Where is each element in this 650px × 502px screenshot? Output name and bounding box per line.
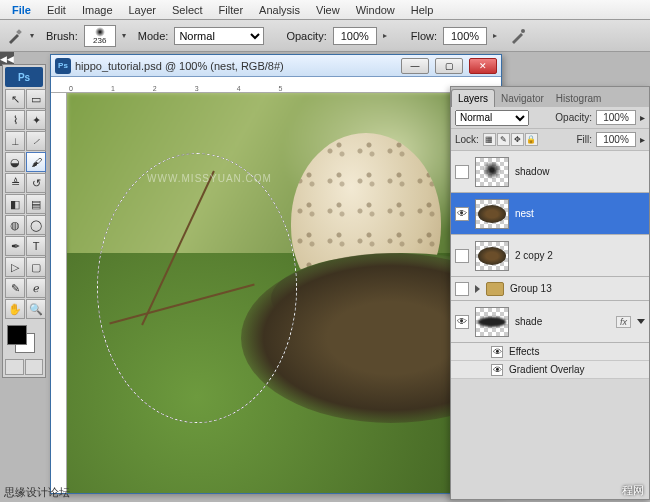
zoom-tool[interactable]: 🔍	[26, 299, 46, 319]
opacity-field[interactable]: 100%	[333, 27, 377, 45]
lock-position-icon[interactable]: ✥	[511, 133, 524, 146]
blend-mode-select[interactable]: Normal	[174, 27, 264, 45]
layer-row[interactable]: shadow	[451, 151, 649, 193]
tab-layers[interactable]: Layers	[451, 89, 495, 107]
menu-help[interactable]: Help	[403, 2, 442, 18]
eyedropper-tool[interactable]: ℯ	[26, 278, 46, 298]
shape-tool[interactable]: ▢	[26, 257, 46, 277]
type-tool[interactable]: T	[26, 236, 46, 256]
brush-tool[interactable]: 🖌	[26, 152, 46, 172]
blur-tool[interactable]: ◍	[5, 215, 25, 235]
opacity-slider-icon[interactable]: ▸	[640, 112, 645, 123]
eraser-tool[interactable]: ◧	[5, 194, 25, 214]
layer-row[interactable]: 👁 nest	[451, 193, 649, 235]
lock-pixels-icon[interactable]: ✎	[497, 133, 510, 146]
document-titlebar[interactable]: Ps hippo_tutorial.psd @ 100% (nest, RGB/…	[51, 55, 501, 77]
path-select-tool[interactable]: ▷	[5, 257, 25, 277]
brush-dropdown-icon[interactable]: ▾	[122, 31, 132, 40]
layer-blend-mode-select[interactable]: Normal	[455, 110, 529, 126]
move-tool[interactable]: ↖	[5, 89, 25, 109]
notes-tool[interactable]: ✎	[5, 278, 25, 298]
maximize-button[interactable]: ▢	[435, 58, 463, 74]
flow-field[interactable]: 100%	[443, 27, 487, 45]
foreground-color-swatch[interactable]	[7, 325, 27, 345]
layer-list: shadow 👁 nest 2 copy 2 Group 13 👁 shade …	[451, 151, 649, 499]
menu-image[interactable]: Image	[74, 2, 121, 18]
pen-tool[interactable]: ✒	[5, 236, 25, 256]
effect-visibility-toggle[interactable]: 👁	[491, 364, 503, 376]
stamp-tool[interactable]: ≜	[5, 173, 25, 193]
opacity-dropdown-icon[interactable]: ▸	[383, 31, 393, 40]
layers-panel: Layers Navigator Histogram Normal Opacit…	[450, 86, 650, 500]
layer-name[interactable]: 2 copy 2	[515, 250, 645, 261]
close-button[interactable]: ✕	[469, 58, 497, 74]
fill-field[interactable]: 100%	[596, 132, 636, 147]
lock-buttons: ▦✎✥🔒	[483, 133, 539, 146]
wand-tool[interactable]: ✦	[26, 110, 46, 130]
menu-select[interactable]: Select	[164, 2, 211, 18]
layer-thumbnail[interactable]	[475, 199, 509, 229]
effect-item[interactable]: 👁 Gradient Overlay	[451, 361, 649, 379]
visibility-toggle[interactable]	[455, 249, 469, 263]
tool-preset-dropdown-icon[interactable]: ▾	[30, 31, 40, 40]
quickmask-mode-button[interactable]	[25, 359, 44, 375]
layer-thumbnail[interactable]	[475, 157, 509, 187]
menu-view[interactable]: View	[308, 2, 348, 18]
gradient-tool[interactable]: ▤	[26, 194, 46, 214]
layer-name[interactable]: shade	[515, 316, 610, 327]
layer-row[interactable]: 👁 shade fx	[451, 301, 649, 343]
layer-thumbnail[interactable]	[475, 241, 509, 271]
fill-slider-icon[interactable]: ▸	[640, 134, 645, 145]
standard-mode-button[interactable]	[5, 359, 24, 375]
menu-window[interactable]: Window	[348, 2, 403, 18]
crop-tool[interactable]: ⟂	[5, 131, 25, 151]
svg-rect-0	[16, 29, 22, 35]
menu-filter[interactable]: Filter	[211, 2, 251, 18]
menu-edit[interactable]: Edit	[39, 2, 74, 18]
tab-navigator[interactable]: Navigator	[495, 90, 550, 107]
visibility-toggle[interactable]	[455, 282, 469, 296]
lock-transparency-icon[interactable]: ▦	[483, 133, 496, 146]
canvas[interactable]: WWW.MISSYUAN.COM	[67, 93, 501, 493]
document-title: hippo_tutorial.psd @ 100% (nest, RGB/8#)	[75, 60, 395, 72]
dodge-tool[interactable]: ◯	[26, 215, 46, 235]
layer-opacity-field[interactable]: 100%	[596, 110, 636, 125]
lasso-tool[interactable]: ⌇	[5, 110, 25, 130]
visibility-toggle[interactable]: 👁	[455, 207, 469, 221]
effects-header[interactable]: 👁 Effects	[451, 343, 649, 361]
brush-preset-picker[interactable]: 236	[84, 25, 116, 47]
visibility-toggle[interactable]: 👁	[455, 315, 469, 329]
spot-heal-tool[interactable]: ◒	[5, 152, 25, 172]
lock-all-icon[interactable]: 🔒	[525, 133, 538, 146]
footer-watermark-right: 程网	[622, 483, 644, 498]
layer-name[interactable]: nest	[515, 208, 645, 219]
effect-name: Gradient Overlay	[509, 364, 585, 375]
effect-visibility-toggle[interactable]: 👁	[491, 346, 503, 358]
fx-badge[interactable]: fx	[616, 316, 631, 328]
tab-histogram[interactable]: Histogram	[550, 90, 608, 107]
airbrush-icon[interactable]	[509, 27, 527, 45]
layer-name[interactable]: shadow	[515, 166, 645, 177]
history-brush-tool[interactable]: ↺	[26, 173, 46, 193]
visibility-toggle[interactable]	[455, 165, 469, 179]
layer-name[interactable]: Group 13	[510, 283, 645, 294]
lock-label: Lock:	[455, 134, 479, 145]
menu-file[interactable]: File	[4, 2, 39, 18]
minimize-button[interactable]: —	[401, 58, 429, 74]
menu-analysis[interactable]: Analysis	[251, 2, 308, 18]
expand-arrow-icon[interactable]	[475, 285, 480, 293]
effects-label: Effects	[509, 346, 539, 357]
marquee-tool[interactable]: ▭	[26, 89, 46, 109]
menu-layer[interactable]: Layer	[121, 2, 165, 18]
slice-tool[interactable]: ⟋	[26, 131, 46, 151]
flow-dropdown-icon[interactable]: ▸	[493, 31, 503, 40]
fx-expand-icon[interactable]	[637, 319, 645, 324]
layer-thumbnail[interactable]	[475, 307, 509, 337]
watermark-text: WWW.MISSYUAN.COM	[147, 173, 272, 184]
document-window: Ps hippo_tutorial.psd @ 100% (nest, RGB/…	[50, 54, 502, 494]
hand-tool[interactable]: ✋	[5, 299, 25, 319]
layer-group-row[interactable]: Group 13	[451, 277, 649, 301]
color-swatches[interactable]	[5, 323, 43, 357]
layer-row[interactable]: 2 copy 2	[451, 235, 649, 277]
flow-label: Flow:	[411, 30, 437, 42]
